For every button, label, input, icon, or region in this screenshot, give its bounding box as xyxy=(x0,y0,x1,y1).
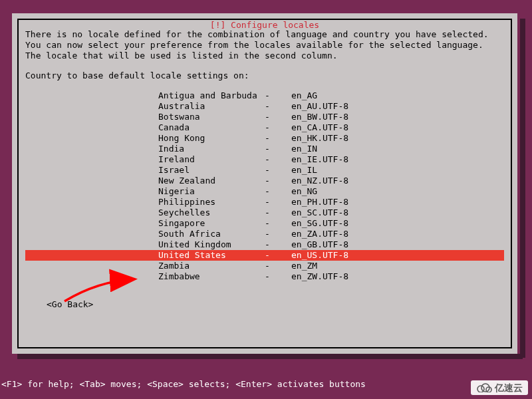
locale-row[interactable]: United States- en_US.UTF-8 xyxy=(25,250,504,261)
cloud-icon xyxy=(476,383,492,392)
locale-separator: - xyxy=(265,197,291,207)
locale-code: en_HK.UTF-8 xyxy=(291,133,411,144)
locale-code: en_ZW.UTF-8 xyxy=(291,271,411,282)
row-padding xyxy=(25,176,158,186)
locale-code: en_IE.UTF-8 xyxy=(291,154,411,165)
locale-country: Ireland xyxy=(158,154,265,165)
locale-separator: - xyxy=(265,229,291,239)
locale-code: en_SG.UTF-8 xyxy=(291,218,411,229)
locale-country: United States xyxy=(158,250,265,261)
locale-row[interactable]: Antigua and Barbuda- en_AG xyxy=(25,90,504,101)
locale-country: Canada xyxy=(158,122,265,133)
locale-country: India xyxy=(158,144,265,154)
locale-separator: - xyxy=(265,271,291,282)
watermark: 亿速云 xyxy=(471,380,528,395)
locale-country: Botswana xyxy=(158,112,265,122)
dialog-title-wrap: [!] Configure locales xyxy=(19,20,511,31)
locale-code: en_IL xyxy=(291,165,411,176)
row-padding xyxy=(25,101,158,112)
locale-row[interactable]: Zimbabwe- en_ZW.UTF-8 xyxy=(25,271,504,282)
locale-country: Seychelles xyxy=(158,207,265,218)
locale-code: en_IN xyxy=(291,144,411,154)
locale-separator: - xyxy=(265,176,291,186)
row-padding xyxy=(25,186,158,197)
locale-code: en_ZM xyxy=(291,261,411,271)
locale-row[interactable]: India- en_IN xyxy=(25,144,504,154)
dialog-shadow-bottom xyxy=(17,354,523,359)
locale-country: Australia xyxy=(158,101,265,112)
locale-country: Hong Kong xyxy=(158,133,265,144)
locale-code: en_NZ.UTF-8 xyxy=(291,176,411,186)
row-padding xyxy=(25,229,158,239)
go-back-button[interactable]: <Go Back> xyxy=(25,299,504,310)
locale-row[interactable]: Nigeria- en_NG xyxy=(25,186,504,197)
locale-code: en_BW.UTF-8 xyxy=(291,112,411,122)
locale-country: Singapore xyxy=(158,218,265,229)
row-padding xyxy=(25,239,158,250)
row-padding xyxy=(25,90,158,101)
locale-row[interactable]: South Africa- en_ZA.UTF-8 xyxy=(25,229,504,239)
locale-row[interactable]: Seychelles- en_SC.UTF-8 xyxy=(25,207,504,218)
locale-list[interactable]: Antigua and Barbuda- en_AGAustralia- en_… xyxy=(25,90,504,282)
locale-row[interactable]: Philippines- en_PH.UTF-8 xyxy=(25,197,504,207)
locale-separator: - xyxy=(265,239,291,250)
locale-row[interactable]: New Zealand- en_NZ.UTF-8 xyxy=(25,176,504,186)
locale-row[interactable]: Singapore- en_SG.UTF-8 xyxy=(25,218,504,229)
locale-country: Antigua and Barbuda xyxy=(158,90,265,101)
row-padding xyxy=(25,154,158,165)
locale-prompt: Country to base default locale settings … xyxy=(25,70,504,81)
row-padding xyxy=(25,261,158,271)
locale-country: Israel xyxy=(158,165,265,176)
locale-separator: - xyxy=(265,218,291,229)
locale-country: New Zealand xyxy=(158,176,265,186)
locale-code: en_AG xyxy=(291,90,411,101)
locale-code: en_NG xyxy=(291,186,411,197)
row-padding xyxy=(25,165,158,176)
locale-code: en_US.UTF-8 xyxy=(291,250,411,261)
locale-row[interactable]: United Kingdom- en_GB.UTF-8 xyxy=(25,239,504,250)
locale-code: en_PH.UTF-8 xyxy=(291,197,411,207)
locale-code: en_CA.UTF-8 xyxy=(291,122,411,133)
row-padding xyxy=(25,112,158,122)
locale-country: Nigeria xyxy=(158,186,265,197)
row-padding xyxy=(25,207,158,218)
locale-separator: - xyxy=(265,101,291,112)
locale-row[interactable]: Ireland- en_IE.UTF-8 xyxy=(25,154,504,165)
help-bar: <F1> for help; <Tab> moves; <Space> sele… xyxy=(1,379,366,390)
configure-locales-dialog: [!] Configure locales There is no locale… xyxy=(12,13,517,354)
row-padding xyxy=(25,271,158,282)
locale-separator: - xyxy=(265,154,291,165)
locale-code: en_ZA.UTF-8 xyxy=(291,229,411,239)
locale-country: United Kingdom xyxy=(158,239,265,250)
row-padding xyxy=(25,122,158,133)
locale-country: Zimbabwe xyxy=(158,271,265,282)
locale-row[interactable]: Australia- en_AU.UTF-8 xyxy=(25,101,504,112)
locale-row[interactable]: Israel- en_IL xyxy=(25,165,504,176)
locale-separator: - xyxy=(265,165,291,176)
locale-row[interactable]: Hong Kong- en_HK.UTF-8 xyxy=(25,133,504,144)
row-padding xyxy=(25,133,158,144)
dialog-shadow-right xyxy=(520,19,525,358)
locale-code: en_AU.UTF-8 xyxy=(291,101,411,112)
locale-country: Zambia xyxy=(158,261,265,271)
row-padding xyxy=(25,218,158,229)
locale-separator: - xyxy=(265,186,291,197)
dialog-body-text: There is no locale defined for the combi… xyxy=(25,29,504,61)
locale-separator: - xyxy=(265,261,291,271)
locale-country: South Africa xyxy=(158,229,265,239)
locale-separator: - xyxy=(265,250,291,261)
locale-code: en_GB.UTF-8 xyxy=(291,239,411,250)
locale-country: Philippines xyxy=(158,197,265,207)
locale-separator: - xyxy=(265,144,291,154)
locale-separator: - xyxy=(265,112,291,122)
locale-code: en_SC.UTF-8 xyxy=(291,207,411,218)
row-padding xyxy=(25,250,158,261)
locale-row[interactable]: Botswana- en_BW.UTF-8 xyxy=(25,112,504,122)
row-padding xyxy=(25,144,158,154)
locale-separator: - xyxy=(265,122,291,133)
dialog-inner: [!] Configure locales There is no locale… xyxy=(17,19,512,348)
watermark-text: 亿速云 xyxy=(495,382,523,393)
svg-point-2 xyxy=(481,384,489,392)
locale-row[interactable]: Canada- en_CA.UTF-8 xyxy=(25,122,504,133)
locale-row[interactable]: Zambia- en_ZM xyxy=(25,261,504,271)
